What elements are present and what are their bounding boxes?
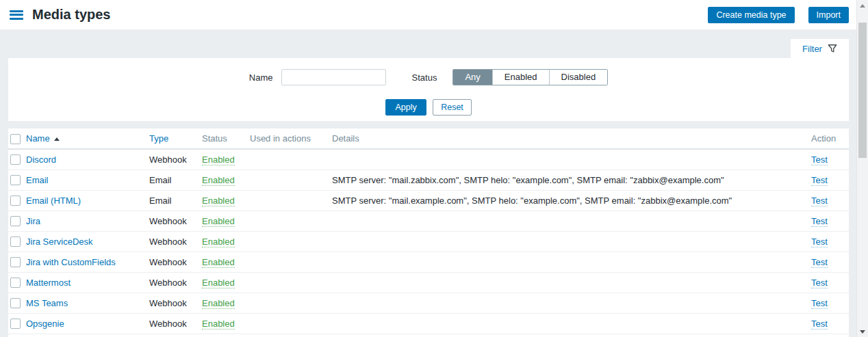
test-link[interactable]: Test bbox=[811, 257, 828, 268]
table-row: Jira ServiceDesk Webhook Enabled Test bbox=[8, 231, 849, 252]
sort-asc-icon bbox=[54, 137, 60, 141]
test-link[interactable]: Test bbox=[811, 237, 828, 247]
filter-tab[interactable]: Filter bbox=[791, 39, 849, 58]
media-type-name-link[interactable]: Jira bbox=[26, 216, 40, 226]
status-option-enabled[interactable]: Enabled bbox=[493, 70, 550, 85]
row-checkbox[interactable] bbox=[10, 154, 21, 165]
test-link[interactable]: Test bbox=[811, 278, 828, 288]
column-header-name[interactable]: Name bbox=[26, 133, 60, 144]
table-row: MS Teams Webhook Enabled Test bbox=[8, 293, 849, 313]
table-row: Jira Webhook Enabled Test bbox=[8, 211, 849, 231]
media-type-type: Webhook bbox=[149, 257, 187, 267]
row-checkbox[interactable] bbox=[10, 216, 21, 226]
status-toggle-link[interactable]: Enabled bbox=[202, 298, 235, 309]
apply-button[interactable]: Apply bbox=[385, 99, 426, 116]
status-toggle-link[interactable]: Enabled bbox=[202, 319, 235, 329]
filter-fields-row: Name Status Any Enabled Disabled bbox=[8, 69, 849, 85]
test-link[interactable]: Test bbox=[811, 175, 828, 186]
media-types-page: Media types Create media type Import Fil… bbox=[0, 0, 868, 337]
filter-funnel-icon bbox=[828, 44, 837, 53]
status-toggle-link[interactable]: Enabled bbox=[202, 196, 235, 206]
table-header-row: Name Type Status Used in actions Details… bbox=[8, 129, 849, 149]
table-row: Mattermost Webhook Enabled Test bbox=[8, 272, 849, 293]
table-row: Email Email Enabled SMTP server: "mail.z… bbox=[8, 170, 849, 190]
media-type-name-link[interactable]: Jira with CustomFields bbox=[26, 257, 116, 267]
status-segmented-control: Any Enabled Disabled bbox=[452, 69, 608, 85]
filter-status-label: Status bbox=[412, 72, 437, 83]
table-row: Email (HTML) Email Enabled SMTP server: … bbox=[8, 190, 849, 211]
media-type-type: Webhook bbox=[149, 319, 187, 329]
media-type-type: Webhook bbox=[149, 298, 187, 308]
status-toggle-link[interactable]: Enabled bbox=[202, 278, 235, 288]
test-link[interactable]: Test bbox=[811, 319, 828, 329]
status-toggle-link[interactable]: Enabled bbox=[202, 257, 235, 268]
media-type-name-link[interactable]: Mattermost bbox=[26, 278, 71, 288]
content-area: Filter Name Status Any Enabled Disabled … bbox=[0, 29, 856, 337]
column-header-type[interactable]: Type bbox=[149, 133, 168, 144]
media-type-type: Webhook bbox=[149, 154, 187, 165]
filter-tab-label: Filter bbox=[802, 44, 822, 54]
row-checkbox[interactable] bbox=[10, 278, 21, 288]
media-types-table-container: Name Type Status Used in actions Details… bbox=[8, 129, 849, 337]
create-media-type-button[interactable]: Create media type bbox=[708, 7, 794, 23]
media-type-name-link[interactable]: MS Teams bbox=[26, 298, 68, 308]
media-type-name-link[interactable]: Email bbox=[26, 175, 49, 185]
row-checkbox[interactable] bbox=[10, 298, 21, 308]
media-type-type: Email bbox=[149, 175, 172, 185]
table-row: Jira with CustomFields Webhook Enabled T… bbox=[8, 252, 849, 272]
row-checkbox[interactable] bbox=[10, 319, 21, 329]
media-type-type: Email bbox=[149, 196, 172, 206]
details-text: SMTP server: "mail.example.com", SMTP he… bbox=[332, 196, 732, 206]
filter-buttons-row: Apply Reset bbox=[8, 99, 849, 116]
column-header-status: Status bbox=[202, 129, 250, 149]
page-title: Media types bbox=[32, 7, 110, 23]
media-types-tbody: Discord Webhook Enabled Test Email Email… bbox=[8, 149, 849, 337]
filter-name-label: Name bbox=[249, 72, 273, 83]
row-checkbox[interactable] bbox=[10, 175, 21, 185]
status-option-disabled[interactable]: Disabled bbox=[550, 70, 608, 85]
status-toggle-link[interactable]: Enabled bbox=[202, 154, 235, 165]
test-link[interactable]: Test bbox=[811, 298, 828, 309]
import-button[interactable]: Import bbox=[808, 7, 849, 23]
media-type-name-link[interactable]: Jira ServiceDesk bbox=[26, 237, 93, 247]
hamburger-menu-icon[interactable] bbox=[10, 10, 23, 20]
table-row: Discord Webhook Enabled Test bbox=[8, 149, 849, 170]
table-row: PagerDuty Webhook Enabled Test bbox=[8, 334, 849, 337]
media-type-name-link[interactable]: Discord bbox=[26, 154, 56, 165]
scroll-up-icon[interactable] bbox=[857, 0, 868, 11]
topbar-buttons: Create media type Import bbox=[708, 7, 849, 23]
select-all-checkbox[interactable] bbox=[10, 134, 21, 144]
status-toggle-link[interactable]: Enabled bbox=[202, 175, 235, 186]
test-link[interactable]: Test bbox=[811, 154, 828, 165]
media-type-name-link[interactable]: Email (HTML) bbox=[26, 196, 81, 206]
row-checkbox[interactable] bbox=[10, 196, 21, 206]
media-type-type: Webhook bbox=[149, 237, 187, 247]
media-type-type: Webhook bbox=[149, 278, 187, 288]
media-type-name-link[interactable]: Opsgenie bbox=[26, 319, 64, 329]
filter-name-input[interactable] bbox=[281, 69, 386, 85]
test-link[interactable]: Test bbox=[811, 196, 828, 206]
row-checkbox[interactable] bbox=[10, 237, 21, 247]
top-bar: Media types Create media type Import bbox=[0, 0, 856, 29]
column-header-action: Action bbox=[811, 129, 849, 149]
vertical-scrollbar[interactable] bbox=[856, 0, 868, 337]
status-option-any[interactable]: Any bbox=[453, 70, 492, 85]
reset-button[interactable]: Reset bbox=[433, 99, 472, 116]
status-toggle-link[interactable]: Enabled bbox=[202, 237, 235, 247]
status-toggle-link[interactable]: Enabled bbox=[202, 216, 235, 227]
details-text: SMTP server: "mail.zabbix.com", SMTP hel… bbox=[332, 175, 724, 185]
table-row: Opsgenie Webhook Enabled Test bbox=[8, 313, 849, 334]
scroll-down-icon[interactable] bbox=[857, 326, 868, 337]
media-types-table: Name Type Status Used in actions Details… bbox=[8, 129, 849, 337]
row-checkbox[interactable] bbox=[10, 257, 21, 267]
column-header-details: Details bbox=[332, 129, 811, 149]
column-header-used-in-actions: Used in actions bbox=[250, 129, 332, 149]
filter-panel: Name Status Any Enabled Disabled Apply R… bbox=[8, 58, 849, 121]
scrollbar-thumb[interactable] bbox=[858, 23, 867, 158]
media-type-type: Webhook bbox=[149, 216, 187, 226]
test-link[interactable]: Test bbox=[811, 216, 828, 227]
